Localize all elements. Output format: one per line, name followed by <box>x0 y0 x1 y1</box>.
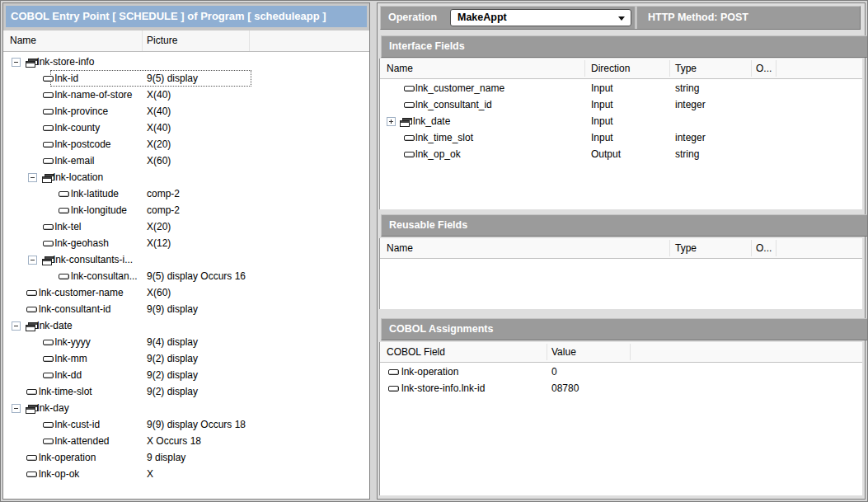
field-icon <box>404 152 415 157</box>
field-icon <box>26 307 37 312</box>
reusable-fields-table: Name Type O... <box>379 238 862 309</box>
field-type: string <box>675 80 699 96</box>
collapse-minus-icon[interactable] <box>28 173 37 182</box>
tree-row[interactable]: lnk-name-of-storeX(40) <box>3 87 369 103</box>
column-header-value: Value <box>551 342 576 362</box>
field-picture: comp-2 <box>147 185 180 202</box>
field-name: lnk-longitude <box>71 202 127 218</box>
tree-row[interactable]: lnk-date <box>3 317 369 334</box>
tree-row[interactable]: lnk-emailX(60) <box>3 152 369 169</box>
interface-field-row[interactable]: lnk_consultant_idInputinteger <box>380 96 862 113</box>
interface-field-row[interactable]: lnk_op_okOutputstring <box>380 146 862 162</box>
tree-row[interactable]: lnk-postcodeX(20) <box>3 136 369 152</box>
field-icon <box>43 422 54 428</box>
interface-mapper-window: COBOL Entry Point [ SCHEDULE ] of Progra… <box>0 0 868 502</box>
tree-row[interactable]: lnk-dd9(2) display <box>3 367 369 383</box>
interface-fields-table: Name Direction Type O... lnk_customer_na… <box>379 59 862 209</box>
tree-row[interactable]: lnk-countyX(40) <box>3 120 369 136</box>
field-icon <box>43 439 54 444</box>
collapse-minus-icon[interactable] <box>12 404 21 413</box>
tree-row[interactable]: lnk-day <box>3 400 369 416</box>
cobol-assignments-section: COBOL Assignments COBOL Field Value lnk-… <box>378 315 865 498</box>
tree-row[interactable]: lnk-provinceX(40) <box>3 103 369 120</box>
field-picture: X(12) <box>147 235 171 251</box>
field-name: lnk-time-slot <box>39 383 92 400</box>
field-type: string <box>675 146 699 162</box>
interface-fields-header: Interface Fields <box>381 35 868 58</box>
field-icon <box>43 158 54 164</box>
left-table-column-header: Name Picture <box>3 30 369 52</box>
cobol-assignment-row[interactable]: lnk-operation0 <box>380 364 862 380</box>
tree-row[interactable]: lnk-yyyy9(4) display <box>3 334 369 350</box>
column-header-picture: Picture <box>147 30 177 50</box>
collapse-minus-icon[interactable] <box>12 321 21 331</box>
cobol-assignment-row[interactable]: lnk-store-info.lnk-id08780 <box>380 380 862 396</box>
cobol-entry-point-panel: COBOL Entry Point [ SCHEDULE ] of Progra… <box>2 2 370 500</box>
field-icon <box>59 191 69 197</box>
collapse-minus-icon[interactable] <box>28 256 37 265</box>
field-name: lnk-mm <box>55 350 87 367</box>
field-picture: 9(2) display <box>147 367 198 383</box>
field-name: lnk_date <box>413 113 450 129</box>
operation-label: Operation <box>388 7 437 29</box>
field-picture: 9(2) display <box>147 383 198 400</box>
field-name: lnk-customer-name <box>39 284 124 301</box>
field-name: lnk-store-info <box>37 54 94 70</box>
field-direction: Input <box>591 96 613 113</box>
field-name: lnk-id <box>55 70 79 87</box>
field-name: lnk-county <box>55 120 101 136</box>
tree-row[interactable]: lnk-store-info <box>3 54 369 70</box>
field-icon <box>43 92 54 98</box>
cobol-assignments-table: COBOL Field Value lnk-operation0lnk-stor… <box>379 342 862 495</box>
column-header-name: Name <box>387 59 413 78</box>
tree-row[interactable]: lnk-customer-nameX(60) <box>3 284 369 301</box>
tree-row[interactable]: lnk-telX(20) <box>3 218 369 235</box>
tree-row[interactable]: lnk-longitudecomp-2 <box>3 202 369 218</box>
field-picture: 9(9) display Occurs 18 <box>147 416 246 433</box>
column-separator <box>751 240 752 256</box>
tree-row[interactable]: lnk-attendedX Occurs 18 <box>3 433 369 449</box>
tree-row[interactable]: lnk-op-okX <box>3 466 369 482</box>
tree-row[interactable]: lnk-geohashX(12) <box>3 235 369 251</box>
operation-toolbar: Operation MakeAppt HTTP Method: POST <box>380 6 861 30</box>
operation-dropdown[interactable]: MakeAppt <box>450 9 631 26</box>
tree-row[interactable]: lnk-mm9(2) display <box>3 350 369 367</box>
field-icon <box>43 76 54 82</box>
field-picture: X(40) <box>147 87 171 103</box>
tree-row[interactable]: lnk-operation9 display <box>3 449 369 466</box>
field-picture: X(60) <box>147 284 171 301</box>
column-header-type: Type <box>675 59 697 78</box>
tree-row[interactable]: lnk-time-slot9(2) display <box>3 383 369 400</box>
tree-row[interactable]: lnk-cust-id9(9) display Occurs 18 <box>3 416 369 433</box>
tree-row[interactable]: lnk-consultan...9(5) display Occurs 16 <box>3 268 369 284</box>
field-picture: X(20) <box>147 218 171 235</box>
column-separator <box>142 30 143 51</box>
field-picture: 9(4) display <box>147 334 198 350</box>
tree-row[interactable]: lnk-consultants-i... <box>3 251 369 268</box>
field-name: lnk-consultants-i... <box>54 251 134 268</box>
field-picture: X(40) <box>147 120 171 136</box>
operation-dropdown-value: MakeAppt <box>457 12 507 23</box>
interface-field-row[interactable]: lnk_time_slotInputinteger <box>380 129 862 146</box>
interface-field-row[interactable]: lnk_dateInput <box>380 113 862 129</box>
tree-row[interactable]: lnk-location <box>3 169 369 185</box>
operation-mapping-panel: Operation MakeAppt HTTP Method: POST Int… <box>377 2 866 500</box>
left-tree: lnk-store-infolnk-id9(5) displaylnk-name… <box>3 52 369 499</box>
expand-plus-icon[interactable] <box>387 117 396 126</box>
field-icon <box>404 102 415 108</box>
collapse-minus-icon[interactable] <box>12 58 21 67</box>
interface-field-row[interactable]: lnk_customer_nameInputstring <box>380 80 862 96</box>
field-picture: 9(9) display <box>147 301 198 317</box>
tree-row[interactable]: lnk-latitudecomp-2 <box>3 185 369 202</box>
column-header-name: Name <box>10 30 36 50</box>
field-icon <box>43 356 54 362</box>
tree-row[interactable]: lnk-consultant-id9(9) display <box>3 301 369 317</box>
field-name: lnk-attended <box>55 433 110 449</box>
field-name: lnk-date <box>37 317 73 334</box>
field-type: integer <box>675 129 706 146</box>
field-icon <box>43 340 54 345</box>
tree-row[interactable]: lnk-id9(5) display <box>3 70 369 87</box>
field-name: lnk-op-ok <box>39 466 79 482</box>
http-method-label: HTTP Method: POST <box>648 7 748 29</box>
field-icon <box>388 386 399 392</box>
